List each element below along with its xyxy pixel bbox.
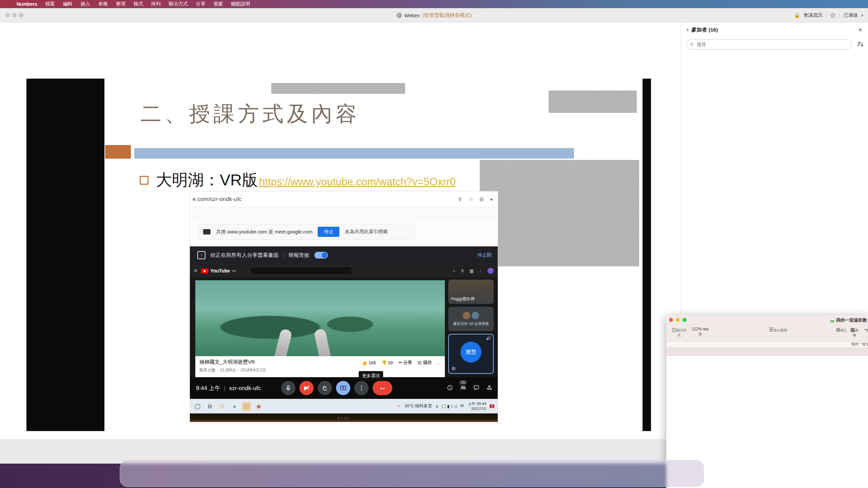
menu-item[interactable]: 視窗 (210, 0, 227, 8)
meet-more-button[interactable] (354, 381, 369, 395)
record-indicator-icon (830, 13, 835, 18)
bullet-square-icon (140, 176, 149, 185)
browser-toolbar-icons: 🎙☆⊞● (458, 196, 493, 202)
mic-icon: 🎙 (458, 196, 463, 202)
menu-item[interactable]: 格式 (130, 0, 147, 8)
menu-item[interactable]: 編輯 (59, 0, 76, 8)
meet-hangup-button[interactable] (373, 381, 392, 395)
menu-item[interactable]: 表格 (95, 0, 112, 8)
presenting-text: 你正在與所有人分享螢幕畫面 (210, 252, 279, 259)
notification-badge[interactable]: 3 (490, 404, 494, 408)
redacted-region (549, 90, 637, 113)
youtube-topbar: ≡ YouTubeTW ⌕🎙▦⋮ (190, 264, 498, 278)
view-button[interactable]: ◫顯示方式 (670, 327, 688, 338)
menu-item[interactable]: 顯示方式 (165, 0, 192, 8)
partial-sheet-title: 我的一堂遠 (829, 342, 868, 347)
menu-item[interactable]: 插入 (77, 0, 94, 8)
zoom-control[interactable]: 112% ▾縮放 (691, 327, 710, 337)
star-icon: ☆ (469, 196, 473, 202)
zoom-window-button[interactable] (683, 318, 687, 322)
switch-tab-link[interactable]: 改為共用此索引標籤 (345, 229, 388, 235)
like-button[interactable]: 👍 105 (362, 360, 376, 365)
menu-item[interactable]: 檔案 (42, 0, 59, 8)
taskview-icon[interactable]: ⊟ (205, 402, 214, 411)
audio-toggle[interactable] (314, 252, 328, 259)
webex-logo-icon (396, 13, 402, 18)
meet-info-icon[interactable] (447, 385, 453, 392)
letterbox-left (26, 79, 104, 431)
meet-chat-icon[interactable] (473, 385, 479, 392)
menu-item[interactable]: 整理 (112, 0, 129, 8)
add-category-button[interactable]: ☰加入類別 (768, 327, 788, 333)
start-button[interactable]: ◯ (193, 402, 202, 411)
close-window-button[interactable] (669, 318, 673, 322)
menu-bar: Numbers檔案編輯插入表格整理格式排列顯示方式分享視窗輔助說明 (0, 0, 868, 8)
numbers-titlebar: 我的一堂遠距教 (666, 315, 868, 325)
more-button[interactable]: ... (437, 360, 441, 365)
meet-overflow-card: 還有另外 18 位使用者 (448, 307, 494, 331)
tooltip: 更多選項 (359, 371, 383, 381)
numbers-toolbar: ◫顯示方式 112% ▾縮放 ☰加入類別 ⊞插入 ▦表格 ◔圖 (666, 325, 868, 342)
meet-present-button[interactable] (336, 381, 350, 395)
extensions-icon: ⊞ (479, 196, 484, 202)
meet-people-icon[interactable]: 21 (460, 384, 467, 392)
ime-indicator[interactable]: 中 (460, 403, 465, 409)
explorer-icon[interactable]: 🗀 (218, 402, 226, 411)
meet-activities-icon[interactable] (486, 385, 492, 392)
share-button[interactable]: ➦ 分享 (398, 360, 412, 366)
edge-icon[interactable]: ◕ (230, 402, 239, 411)
connection-status: 已連線 (844, 12, 858, 18)
youtube-link[interactable]: https://www.youtube.com/watch?v=5Oxrr0 (259, 176, 456, 188)
minimize-window-button[interactable] (676, 318, 680, 322)
menu-item[interactable]: 排列 (147, 0, 164, 8)
meet-camera-off-button[interactable] (299, 381, 314, 395)
weather-text: 30°C 晴時多雲 (405, 403, 432, 409)
app-menu[interactable]: Numbers (13, 0, 41, 8)
youtube-logo[interactable]: YouTubeTW (201, 268, 236, 273)
profile-icon: ● (490, 196, 493, 202)
weather-icon: ☀ (397, 404, 401, 409)
bookmarks-bar (190, 207, 498, 220)
status-dot-icon (861, 14, 863, 16)
table-button[interactable]: ▦表格 (849, 327, 860, 338)
video-actions: 👍 105 👎 10 ➦ 分享 ▤ 儲存 ... (362, 360, 441, 366)
menu-item[interactable]: 輔助說明 (228, 0, 254, 8)
apple-menu[interactable] (5, 0, 12, 8)
laptop-bezel: acer (190, 413, 498, 422)
chart-button[interactable]: ◔圖 (862, 327, 868, 333)
dislike-button[interactable]: 👎 10 (381, 360, 393, 365)
search-input[interactable] (697, 42, 848, 47)
close-panel-icon[interactable]: ✕ (858, 27, 863, 33)
video-stats: 觀看次數：15,389次・2018年8月2日 (199, 367, 441, 373)
meet-share-bar: 共用 www.youtube.com 至 meet.google.com 停止 … (198, 224, 415, 240)
sort-icon[interactable] (856, 41, 864, 48)
stop-share-button[interactable]: 停止 (318, 227, 339, 237)
menu-item[interactable]: 分享 (192, 0, 209, 8)
desktop: Webex (控管型取消靜音模式) 🔒 會議資訊 | | 已連線 二、授課方式及… (0, 0, 868, 488)
chevron-down-icon[interactable]: ▾ (687, 27, 689, 32)
vr-video-player[interactable] (195, 280, 445, 356)
menu-items: Numbers檔案編輯插入表格整理格式排列顯示方式分享視窗輔助說明 (0, 0, 254, 8)
meet-raise-hand-button[interactable] (318, 381, 332, 395)
dock (120, 460, 704, 487)
webex-titlebar: Webex (控管型取消靜音模式) 🔒 會議資訊 | | 已連線 (0, 8, 868, 22)
meet-mic-button[interactable] (281, 381, 295, 395)
participants-header: ▾ 參加者 (16) ✕ (681, 22, 868, 37)
browser-address-bar: e.com/szr-ondk-ufc 🎙☆⊞● (190, 191, 498, 207)
presenting-banner: ↑ 你正在與所有人分享螢幕畫面 簡報音效 停止顯 (190, 246, 498, 264)
share-bar-text: 共用 www.youtube.com 至 meet.google.com (216, 229, 312, 235)
participants-search[interactable] (686, 39, 852, 49)
insert-button[interactable]: ⊞插入 (836, 327, 847, 333)
stop-presenting-link[interactable]: 停止顯 (477, 252, 496, 258)
youtube-search-input[interactable] (250, 267, 352, 275)
chrome-icon[interactable]: ◉ (254, 402, 263, 411)
menu-icon[interactable]: ≡ (194, 268, 197, 274)
save-button[interactable]: ▤ 儲存 (417, 360, 432, 366)
redacted-region (271, 83, 405, 94)
meet-self-card: 🔊 雅慧 你 (448, 334, 494, 374)
meeting-info-button[interactable]: 會議資訊 (804, 12, 823, 18)
shared-slide: 二、授課方式及內容 大明湖：VR版 https://www.youtube.co… (104, 79, 643, 431)
line-taskbar-icon[interactable]: ◻ (242, 402, 251, 411)
audio-label: 簡報音效 (289, 252, 310, 259)
numbers-doc-icon (830, 318, 834, 323)
